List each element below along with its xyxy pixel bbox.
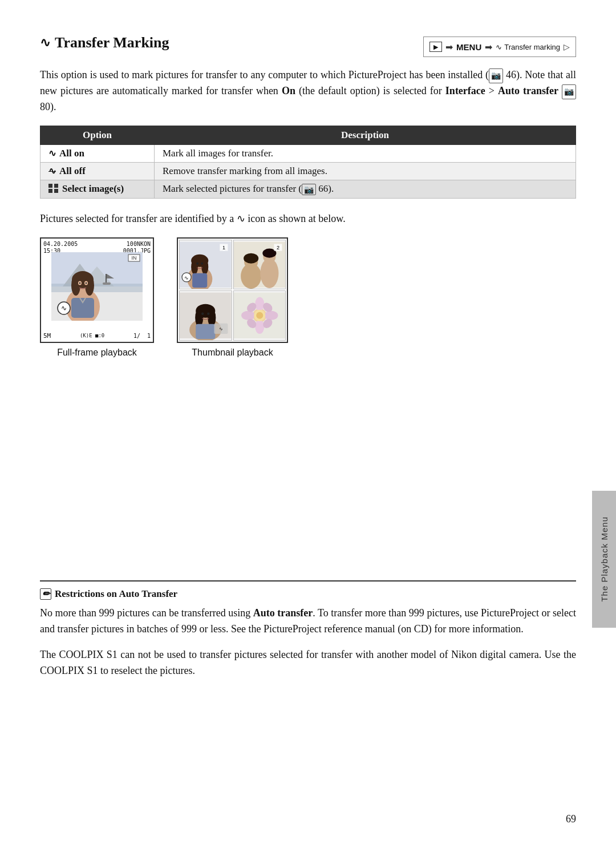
- options-table: Option Description ∿ All on Mark all ima…: [40, 126, 576, 199]
- svg-point-26: [191, 259, 198, 274]
- header-row: ∿ Transfer Marking ▶ ➡ MENU ➡ ∿ Transfer…: [40, 34, 576, 57]
- nav-arrow-1: ➡: [445, 42, 453, 53]
- table-row: ∿ All off Remove transfer marking from a…: [40, 162, 576, 180]
- svg-point-66: [256, 312, 263, 319]
- svg-rect-30: [192, 273, 207, 287]
- svg-point-51: [207, 313, 209, 315]
- fullframe-size: 5M: [43, 332, 51, 340]
- nav-section-label: ∿ Transfer marking: [496, 43, 560, 51]
- svg-text:1: 1: [222, 244, 225, 250]
- fullframe-folder: 100NKON: [127, 241, 151, 247]
- svg-text:2: 2: [276, 244, 279, 250]
- thumb-cell-4: [233, 290, 286, 341]
- svg-text:∿: ∿: [184, 275, 189, 281]
- svg-rect-4: [51, 284, 143, 292]
- svg-point-12: [85, 275, 94, 296]
- ref-icon-1: 📷: [489, 68, 503, 83]
- images-section: Pictures selected for transfer are ident…: [40, 211, 576, 358]
- note-icon: ✏: [40, 588, 51, 600]
- svg-point-15: [79, 282, 81, 284]
- page-title-text: Transfer Marking: [55, 34, 169, 51]
- ref-icon-3: 📷: [302, 184, 316, 195]
- note-para-2: The COOLPIX S1 can not be used to transf…: [40, 647, 576, 679]
- fullframe-date: 04.20.2005: [43, 241, 78, 247]
- portrait-svg: ∿ IN: [51, 252, 143, 321]
- table-header-description: Description: [155, 126, 576, 144]
- svg-point-28: [196, 262, 198, 264]
- page-number: 69: [566, 813, 576, 825]
- all-off-icon: ∿: [48, 165, 56, 176]
- fullframe-counter: 1/ 1: [133, 333, 151, 339]
- thumb-cell-2: 2: [233, 240, 286, 290]
- fullframe-block: 04.20.2005 100NKON 15:30 0001.JPG: [40, 237, 154, 358]
- svg-point-11: [71, 275, 80, 296]
- nav-end-arrow: ▷: [564, 42, 570, 51]
- table-cell-option-select: Select image(s): [40, 180, 155, 198]
- images-row: 04.20.2005 100NKON 15:30 0001.JPG: [40, 237, 576, 358]
- note-title: ✏ Restrictions on Auto Transfer: [40, 588, 576, 600]
- svg-point-16: [86, 282, 87, 284]
- fullframe-caption: Full-frame playback: [57, 348, 137, 358]
- svg-point-59: [241, 311, 255, 320]
- svg-rect-17: [71, 298, 94, 318]
- nav-arrow-2: ➡: [485, 42, 492, 53]
- note-box: ✏ Restrictions on Auto Transfer No more …: [40, 580, 576, 680]
- svg-text:IN: IN: [132, 255, 137, 261]
- play-button-icon: ▶: [429, 42, 442, 52]
- svg-text:∿: ∿: [219, 326, 223, 332]
- page-title: ∿ Transfer Marking: [40, 34, 169, 51]
- table-row: Select image(s) Mark selected pictures f…: [40, 180, 576, 198]
- svg-point-29: [201, 262, 203, 264]
- svg-rect-7: [103, 282, 111, 285]
- table-header-option: Option: [40, 126, 155, 144]
- svg-point-58: [255, 320, 264, 334]
- fullframe-bottom-bar: 5M (K)E ■:0 1/ 1: [43, 332, 151, 340]
- table-cell-desc-select: Mark selected pictures for transfer (📷 6…: [155, 180, 576, 198]
- intro-paragraph: This option is used to mark pictures for…: [40, 67, 576, 115]
- transfer-id-text: Pictures selected for transfer are ident…: [40, 211, 576, 227]
- svg-point-50: [201, 313, 204, 315]
- sidebar-tab-label: The Playback Menu: [599, 516, 609, 602]
- thumb-cell-1: ∿ 1: [179, 240, 232, 290]
- svg-point-27: [201, 259, 208, 274]
- svg-point-57: [255, 297, 264, 311]
- thumbnail-caption: Thumbnail playback: [192, 348, 273, 358]
- svg-point-60: [264, 311, 278, 320]
- table-cell-option-allon: ∿ All on: [40, 144, 155, 162]
- note-para-1: No more than 999 pictures can be transfe…: [40, 605, 576, 637]
- nav-breadcrumb: ▶ ➡ MENU ➡ ∿ Transfer marking ▷: [423, 37, 576, 57]
- all-on-icon: ∿: [48, 148, 56, 159]
- table-cell-desc-allon: Mark all images for transfer.: [155, 144, 576, 162]
- svg-rect-52: [196, 324, 215, 339]
- transfer-marking-icon: ∿: [40, 35, 50, 50]
- thumbnail-screen: ∿ 1: [177, 237, 288, 343]
- sidebar-tab: The Playback Menu: [592, 491, 616, 628]
- spacer: [40, 375, 576, 580]
- fullframe-top-bar: 04.20.2005 100NKON: [43, 241, 151, 247]
- fullframe-battery-info: (K)E ■:0: [80, 333, 104, 338]
- thumb-cell-3: ∿: [179, 290, 232, 341]
- table-cell-option-alloff: ∿ All off: [40, 162, 155, 180]
- ref-icon-2: 📷: [562, 84, 576, 99]
- menu-label: MENU: [456, 42, 481, 52]
- fullframe-screen: 04.20.2005 100NKON 15:30 0001.JPG: [40, 237, 154, 343]
- svg-rect-5: [106, 274, 107, 283]
- fullframe-main-image: ∿ IN: [41, 255, 153, 319]
- table-row: ∿ All on Mark all images for transfer.: [40, 144, 576, 162]
- select-images-icon: [48, 184, 59, 194]
- wavy-icon-inline: ∿: [237, 213, 245, 224]
- thumbnail-block: ∿ 1: [177, 237, 288, 358]
- svg-point-38: [244, 253, 258, 263]
- svg-text:∿: ∿: [61, 304, 67, 312]
- table-cell-desc-alloff: Remove transfer marking from all images.: [155, 162, 576, 180]
- nav-section-icon: ∿: [496, 43, 502, 51]
